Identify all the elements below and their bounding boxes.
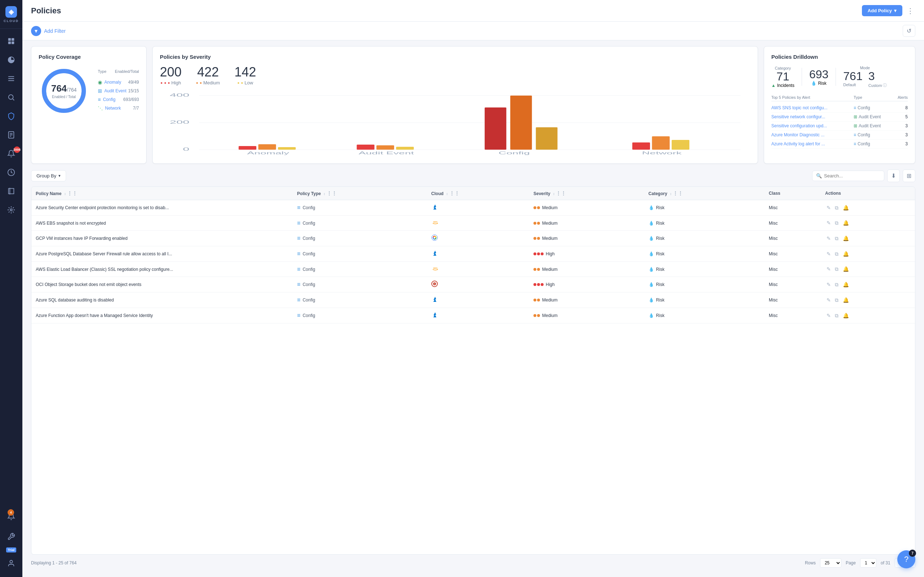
actions-cell: ✎ ⧉ 🔔 [821,231,915,246]
drilldown-policy-3[interactable]: Azure Monitor Diagnostic ... [771,132,854,137]
alert-button[interactable]: 🔔 [842,219,850,226]
add-policy-button[interactable]: Add Policy ▾ [862,5,902,16]
copy-button[interactable]: ⧉ [834,235,840,242]
copy-button[interactable]: ⧉ [834,281,840,288]
copy-button[interactable]: ⧉ [834,266,840,273]
logo[interactable]: ◈ CLOUD [0,0,23,29]
policy-type-cell: ≡ Config [293,200,427,216]
sidebar-item-book[interactable] [0,182,23,200]
category-label: Risk [656,313,664,318]
refresh-button[interactable]: ↺ [903,25,915,37]
help-button[interactable]: ? 7 [897,550,915,568]
coverage-row-network: ⋱ Network 7/7 [98,104,139,113]
drilldown-col-alerts: Alerts [890,95,908,100]
severity-label: High [546,282,555,287]
page-label: Page [846,561,856,566]
edit-button[interactable]: ✎ [825,266,832,272]
alert-button[interactable]: 🔔 [842,281,850,288]
page-number-select[interactable]: 1 [860,558,876,567]
edit-button[interactable]: ✎ [825,219,832,226]
col-category[interactable]: Category ↕ ⋮⋮ [644,187,764,200]
add-filter-button[interactable]: ▼ Add Filter [31,26,66,36]
svg-rect-34 [485,108,506,150]
sidebar-item-tools[interactable] [6,527,16,546]
high-dot3: ● [168,81,170,85]
svg-point-8 [9,95,13,100]
more-options-button[interactable]: ⋮ [905,5,915,16]
policy-type-cell: ≡ Config [293,231,427,246]
category-icon: 💧 [649,267,654,272]
alert-button[interactable]: 🔔 [842,235,850,242]
col-policy-name[interactable]: Policy Name ↕ ⋮⋮ [31,187,293,200]
sidebar-item-clock[interactable] [0,163,23,182]
edit-button[interactable]: ✎ [825,204,832,211]
copy-button[interactable]: ⧉ [834,250,840,258]
table-footer: Displaying 1 - 25 of 764 Rows 25 50 100 … [31,554,915,571]
sidebar-item-bell[interactable]: 4 [6,507,16,526]
drilldown-row-2: Sensitive configuration upd... ⊞ Audit E… [771,121,908,131]
network-icon: ⋱ [98,105,103,111]
actions-cell: ✎ ⧉ 🔔 [821,277,915,292]
copy-button[interactable]: ⧉ [834,297,840,304]
drilldown-policy-1[interactable]: Sensitive network configur... [771,114,854,119]
copy-button[interactable]: ⧉ [834,219,840,227]
group-by-chevron: ▾ [58,174,61,178]
sidebar-item-list[interactable] [0,69,23,88]
edit-button[interactable]: ✎ [825,235,832,242]
displaying-label: Displaying 1 - 25 of 764 [31,561,76,566]
drilldown-type-2: ⊞ Audit Event [854,123,890,128]
edit-button[interactable]: ✎ [825,297,832,304]
severity-card: Policies by Severity 200 ● ● ● High 422 … [152,46,758,164]
svg-text:Config: Config [498,151,530,155]
sidebar-item-dashboard[interactable] [0,32,23,50]
sidebar-item-analytics[interactable] [0,50,23,69]
drilldown-policy-4[interactable]: Azure Activity log alert for ... [771,141,854,147]
policy-type-cell: ≡ Config [293,246,427,262]
edit-button[interactable]: ✎ [825,312,832,319]
group-by-button[interactable]: Group By ▾ [31,170,66,181]
severity-dots [533,298,540,301]
col-severity[interactable]: Severity ↕ ⋮⋮ [529,187,644,200]
col-class[interactable]: Class [764,187,821,200]
edit-button[interactable]: ✎ [825,281,832,288]
severity-item-low: 142 ● ● Low [234,66,256,85]
low-dot2: ● [241,81,243,85]
search-input[interactable] [824,173,880,179]
alert-button[interactable]: 🔔 [842,297,850,304]
sidebar-item-policies[interactable] [0,107,23,126]
policy-name-cell: GCP VM instances have IP Forwarding enab… [31,231,293,246]
high-dot2: ● [164,81,166,85]
drilldown-policy-2[interactable]: Sensitive configuration upd... [771,123,854,128]
copy-button[interactable]: ⧉ [834,204,840,212]
risk-label: Risk [818,81,826,86]
svg-rect-5 [8,76,15,77]
cloud-icon-oci [431,280,525,288]
alert-button[interactable]: 🔔 [842,266,850,272]
severity-low-count: 142 [234,66,256,79]
download-button[interactable]: ⬇ [887,169,900,182]
sidebar-item-settings[interactable] [0,200,23,219]
custom-count: 3 [868,70,887,82]
copy-button[interactable]: ⧉ [834,312,840,319]
drilldown-stat-category: Category 71 ▲ Incidents [771,66,795,88]
add-policy-label: Add Policy [868,8,892,13]
sidebar-item-search[interactable] [0,88,23,107]
alert-button[interactable]: 🔔 [842,250,850,258]
sidebar-item-report[interactable] [0,126,23,144]
column-toggle-button[interactable]: ⊞ [903,169,915,182]
sidebar-item-user[interactable] [6,554,16,573]
sidebar-item-notifications-alerts[interactable]: 2006 [0,144,23,163]
edit-button[interactable]: ✎ [825,250,832,258]
rows-per-page-select[interactable]: 25 50 100 [820,558,842,567]
drilldown-policy-0[interactable]: AWS SNS topic not configu... [771,105,854,110]
col-policy-type[interactable]: Policy Type ↕ ⋮⋮ [293,187,427,200]
alert-button[interactable]: 🔔 [842,204,850,211]
search-box[interactable]: 🔍 [812,171,884,181]
col-cloud[interactable]: Cloud ↕ ⋮⋮ [427,187,529,200]
category-icon: 💧 [649,313,654,318]
type-icon: ≡ [297,220,300,226]
severity-medium-count: 422 [196,66,220,79]
alert-button[interactable]: 🔔 [842,312,850,319]
drilldown-row-1: Sensitive network configur... ⊞ Audit Ev… [771,113,908,121]
policy-name-cell: Azure SQL database auditing is disabled [31,292,293,308]
